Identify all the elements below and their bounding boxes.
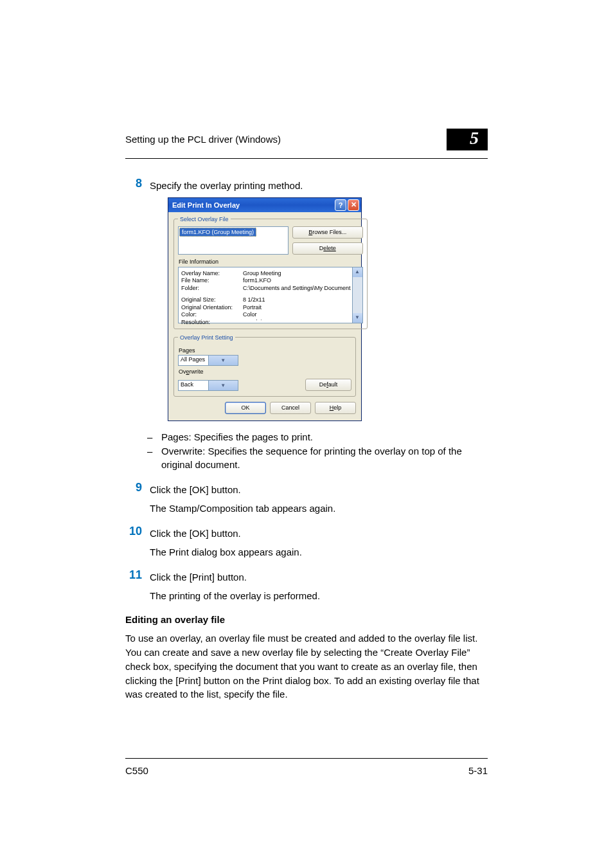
dialog-titlebar: Edit Print In Overlay ? ✕ [168,198,361,212]
file-information-label: File Information [179,258,363,265]
overlay-print-setting-group: Overlay Print Setting Pages All Pages ▼ … [173,334,356,397]
step-11-after: The printing of the overlay is performed… [150,589,488,603]
footer-rule [125,758,488,759]
overlay-file-selected-item[interactable]: form1.KFO (Group Meeting) [179,228,256,237]
chevron-down-icon[interactable]: ▼ [208,356,238,365]
delete-button[interactable]: Delete [292,242,363,255]
info-value: Portrait [243,304,351,312]
info-label: Color: [181,311,238,319]
bullet-list: –Pages: Specifies the pages to print. –O… [147,430,488,472]
step-10-after: The Print dialog box appears again. [150,545,488,559]
info-label: Original Orientation: [181,304,238,312]
overlay-file-list[interactable]: form1.KFO (Group Meeting) [178,226,289,255]
section-heading: Editing an overlay file [125,614,488,625]
info-value: Group Meeting [243,270,351,278]
cancel-button[interactable]: Cancel [270,402,311,414]
bullet-item: Pages: Specifies the pages to print. [161,430,313,444]
step-9-after: The Stamp/Composition tab appears again. [150,502,488,516]
pages-value: All Pages [179,356,208,365]
scroll-up-icon[interactable]: ▲ [353,267,362,277]
dialog-title: Edit Print In Overlay [172,201,333,209]
step-number-9: 9 [125,481,150,494]
info-value: 8 1/2x11 [243,296,351,304]
help-button[interactable]: Help [315,402,356,414]
pages-combobox[interactable]: All Pages ▼ [178,355,238,366]
scroll-down-icon[interactable]: ▼ [353,313,362,323]
overwrite-label: Overwrite [179,368,351,375]
default-button[interactable]: Default [305,379,351,391]
info-label: Overlay Name: [181,270,238,278]
browse-files-button[interactable]: Browse Files... [292,226,363,239]
info-value: 600 dpi [243,319,351,320]
pages-label: Pages [179,347,351,354]
select-overlay-file-group: Select Overlay File form1.KFO (Group Mee… [173,216,368,329]
info-label: File Name: [181,277,238,285]
step-text-8: Specify the overlay printing method. [150,177,488,192]
ok-button[interactable]: OK [225,402,266,414]
footer-page-number: 5-31 [468,765,488,776]
select-overlay-file-legend: Select Overlay File [178,216,231,222]
running-header: Setting up the PCL driver (Windows) [125,134,281,145]
info-label: Folder: [181,285,238,293]
step-text-9: Click the [OK] button. [150,481,488,496]
help-icon[interactable]: ? [335,199,346,211]
overwrite-combobox[interactable]: Back ▼ [178,380,238,391]
info-label: Resolution: [181,319,238,327]
step-number-8: 8 [125,177,150,190]
step-text-11: Click the [Print] button. [150,568,488,584]
overlay-print-setting-legend: Overlay Print Setting [178,334,235,341]
edit-print-in-overlay-dialog: Edit Print In Overlay ? ✕ Select Overlay… [168,197,362,421]
overwrite-value: Back [179,381,208,390]
step-number-10: 10 [125,525,150,538]
file-information-box: Overlay Name: File Name: Folder: Origina… [178,267,363,323]
chevron-down-icon[interactable]: ▼ [208,381,238,390]
footer-model: C550 [125,765,148,776]
header-rule [125,158,488,159]
info-value: form1.KFO [243,277,351,285]
info-scrollbar[interactable]: ▲ ▼ [352,267,362,323]
info-value: Color [243,311,351,319]
section-paragraph: To use an overlay, an overlay file must … [125,631,488,701]
info-value: C:\Documents and Settings\My Document [243,285,351,293]
bullet-item: Overwrite: Specifies the sequence for pr… [161,444,488,473]
step-text-10: Click the [OK] button. [150,525,488,540]
chapter-number-badge: 5 [447,129,488,150]
close-icon[interactable]: ✕ [348,199,359,211]
step-number-11: 11 [125,568,150,582]
info-label: Original Size: [181,296,238,304]
